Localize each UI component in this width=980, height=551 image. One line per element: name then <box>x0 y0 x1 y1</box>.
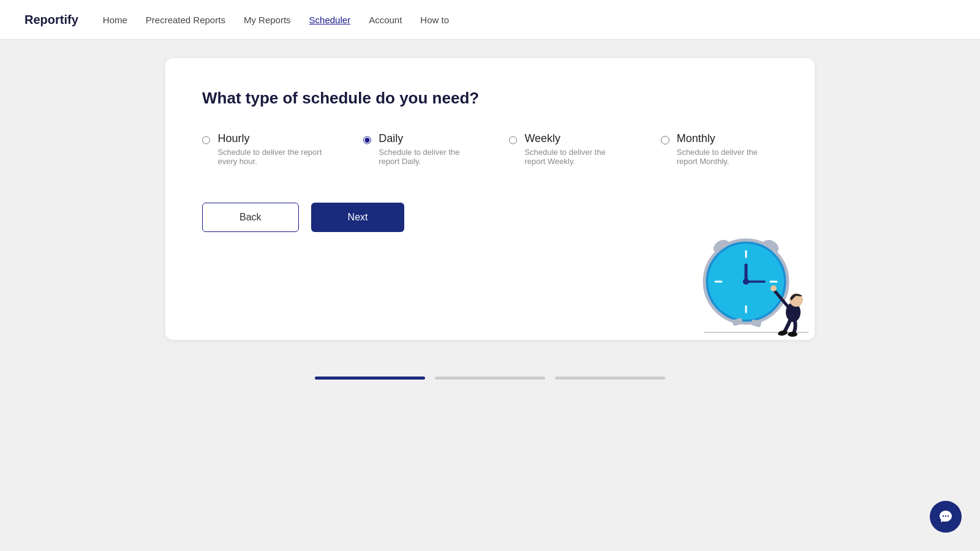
chat-icon <box>938 509 953 524</box>
logo: Reportify <box>24 13 78 27</box>
svg-point-24 <box>948 515 949 517</box>
option-weekly[interactable]: Weekly Schedule to deliver the report We… <box>509 132 624 166</box>
option-monthly-label: Monthly <box>677 132 778 145</box>
progress-step-2 <box>435 377 545 380</box>
option-weekly-desc: Schedule to deliver the report Weekly. <box>524 148 624 166</box>
next-button[interactable]: Next <box>311 203 405 232</box>
svg-point-19 <box>771 285 777 291</box>
svg-point-22 <box>943 515 944 517</box>
option-weekly-label: Weekly <box>524 132 624 145</box>
nav-precreated-reports[interactable]: Precreated Reports <box>146 15 225 25</box>
progress-step-3 <box>555 377 665 380</box>
back-button[interactable]: Back <box>202 203 299 232</box>
radio-hourly[interactable] <box>202 135 210 146</box>
svg-point-12 <box>743 279 749 285</box>
option-hourly-desc: Schedule to deliver the report every hou… <box>217 148 326 166</box>
schedule-options: Hourly Schedule to deliver the report ev… <box>202 132 778 166</box>
clock-illustration <box>680 217 815 340</box>
option-daily-desc: Schedule to deliver the report Daily. <box>379 148 472 166</box>
nav-my-reports[interactable]: My Reports <box>244 15 291 25</box>
progress-section <box>0 377 980 380</box>
radio-daily[interactable] <box>363 135 371 146</box>
progress-step-1 <box>315 377 425 380</box>
nav-home[interactable]: Home <box>103 15 127 25</box>
radio-weekly[interactable] <box>509 135 517 146</box>
topbar: Reportify Home Precreated Reports My Rep… <box>0 0 980 40</box>
option-daily-label: Daily <box>379 132 472 145</box>
nav-how-to[interactable]: How to <box>420 15 449 25</box>
svg-point-23 <box>945 515 946 517</box>
main-nav: Home Precreated Reports My Reports Sched… <box>103 15 449 25</box>
nav-account[interactable]: Account <box>369 15 402 25</box>
chat-button[interactable] <box>930 501 962 533</box>
option-hourly[interactable]: Hourly Schedule to deliver the report ev… <box>202 132 326 166</box>
option-monthly-desc: Schedule to deliver the report Monthly. <box>677 148 778 166</box>
schedule-card: What type of schedule do you need? Hourl… <box>165 58 815 340</box>
option-monthly[interactable]: Monthly Schedule to deliver the report M… <box>661 132 778 166</box>
nav-scheduler[interactable]: Scheduler <box>309 15 351 25</box>
option-hourly-label: Hourly <box>217 132 326 145</box>
card-title: What type of schedule do you need? <box>202 89 778 108</box>
radio-monthly[interactable] <box>661 135 669 146</box>
main-content: What type of schedule do you need? Hourl… <box>0 40 980 358</box>
option-daily[interactable]: Daily Schedule to deliver the report Dai… <box>363 132 472 166</box>
svg-point-21 <box>788 332 797 337</box>
